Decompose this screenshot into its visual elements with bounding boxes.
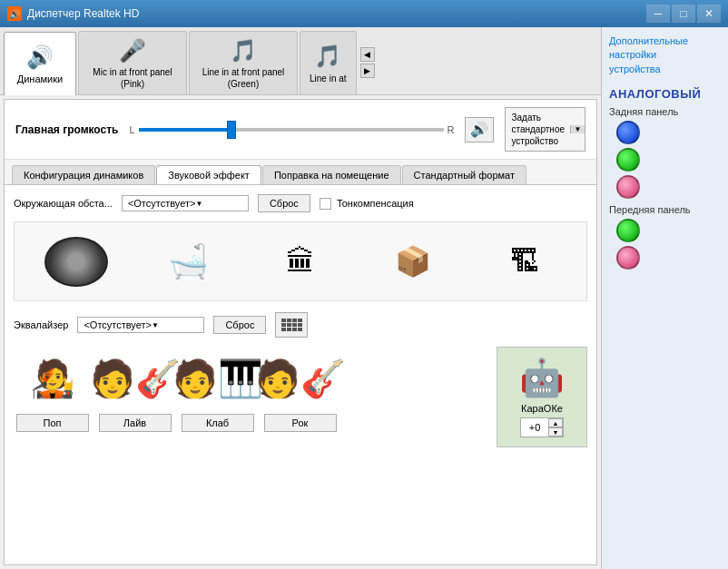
env-box[interactable]: 📦: [368, 230, 458, 293]
karaoke-section: 🤖 КараОКе +0 ▲ ▼: [497, 347, 587, 447]
volume-slider[interactable]: [139, 128, 444, 132]
subtab-effects-label: Звуковой эффект: [168, 170, 250, 181]
close-button[interactable]: ✕: [697, 5, 721, 23]
environment-row: Окружающая обста... <Отсутствует> ▼ Сбро…: [14, 194, 587, 212]
volume-label: Главная громкость: [15, 123, 118, 136]
left-panel: 🔊 Динамики 🎤 Mic in at front panel (Pink…: [0, 27, 601, 569]
subtab-format[interactable]: Стандартный формат: [402, 165, 526, 184]
tab-bar: 🔊 Динамики 🎤 Mic in at front panel (Pink…: [0, 27, 601, 95]
tab-line-in[interactable]: 🎵 Line in at: [300, 31, 357, 94]
preset-live-button[interactable]: Лайв: [99, 414, 172, 432]
tab-speakers[interactable]: 🔊 Динамики: [4, 32, 76, 95]
env-disk[interactable]: [31, 230, 122, 293]
preset-live-image: 🧑‍🎸: [96, 347, 173, 410]
default-device-dropdown-arrow[interactable]: ▼: [570, 125, 585, 133]
environment-dropdown-arrow: ▼: [195, 200, 241, 208]
front-panel-label: Передняя панель: [609, 204, 721, 215]
environment-label: Окружающая обста...: [14, 198, 113, 209]
eq-presets: 🧑‍🎤 Поп 🧑‍🎸 Лайв 🧑‍🎹: [14, 347, 339, 432]
karaoke-arrows: ▲ ▼: [548, 418, 563, 437]
analog-section: АНАЛОГОВЫЙ Задняя панель Передняя панель: [609, 87, 721, 270]
app-icon: 🔊: [7, 6, 22, 21]
env-bath[interactable]: 🛁: [143, 230, 233, 293]
tab-line-front-label: Line in at front panel (Green): [199, 66, 288, 90]
equalizer-dropdown[interactable]: <Отсутствует> ▼: [77, 317, 204, 333]
preset-live[interactable]: 🧑‍🎸 Лайв: [96, 347, 173, 432]
preset-club[interactable]: 🧑‍🎹 Клаб: [179, 347, 256, 432]
effects-panel: Окружающая обста... <Отсутствует> ▼ Сбро…: [5, 185, 596, 564]
jack-blue[interactable]: [616, 121, 640, 144]
karaoke-value: +0: [521, 420, 548, 435]
subtab-config[interactable]: Конфигурация динамиков: [12, 165, 155, 184]
default-device-button[interactable]: Задатьстандартноеустройство ▼: [505, 107, 585, 152]
equalizer-dropdown-arrow: ▼: [152, 321, 198, 329]
speaker-mute-button[interactable]: 🔊: [465, 117, 494, 142]
environment-dropdown[interactable]: <Отсутствует> ▼: [122, 195, 249, 211]
front-panel-jacks: [609, 219, 721, 270]
left-channel-label: L: [129, 124, 134, 135]
environment-reset-button[interactable]: Сброс: [258, 194, 310, 212]
equalizer-label: Эквалайзер: [14, 319, 68, 330]
maximize-button[interactable]: □: [672, 5, 695, 23]
preset-pop-button[interactable]: Поп: [16, 414, 89, 432]
toncomp-container: Тонкомпенсация: [320, 198, 414, 210]
volume-section: Главная громкость L R 🔊 Задатьстандартно…: [5, 100, 596, 160]
preset-rock[interactable]: 🧑‍🎸 Рок: [261, 347, 339, 432]
karaoke-down-button[interactable]: ▼: [548, 427, 563, 437]
env-coliseum[interactable]: 🏛: [255, 230, 346, 293]
content-area: Главная громкость L R 🔊 Задатьстандартно…: [4, 99, 597, 565]
speakers-icon: 🔊: [26, 43, 54, 71]
minimize-button[interactable]: ─: [646, 5, 670, 23]
titlebar-title: Диспетчер Realtek HD: [27, 7, 646, 20]
line-front-icon: 🎵: [230, 36, 257, 64]
subtabs: Конфигурация динамиков Звуковой эффект П…: [5, 160, 596, 185]
right-channel-label: R: [448, 124, 455, 135]
toncomp-checkbox[interactable]: [320, 198, 331, 210]
eq-grid-icon: [281, 319, 302, 331]
karaoke-label: КараОКе: [521, 403, 563, 414]
subtab-room-label: Поправка на помещение: [274, 170, 389, 181]
mic-front-icon: 🎤: [119, 36, 146, 64]
equalizer-value: <Отсутствует>: [84, 319, 152, 330]
tab-next-button[interactable]: ▶: [360, 64, 375, 78]
main-content: 🔊 Динамики 🎤 Mic in at front panel (Pink…: [0, 27, 728, 569]
back-panel-label: Задняя панель: [609, 106, 721, 117]
additional-settings-label: Дополнительныенастройкиустройства: [609, 35, 688, 74]
window-controls: ─ □ ✕: [646, 5, 721, 23]
jack-front-pink[interactable]: [616, 246, 640, 270]
tab-mic-front[interactable]: 🎤 Mic in at front panel (Pink): [78, 31, 187, 94]
env-opera[interactable]: 🏗: [479, 230, 570, 293]
preset-rock-image: 🧑‍🎸: [261, 347, 339, 410]
back-panel-jacks: [609, 121, 721, 199]
tab-line-in-label: Line in at: [310, 73, 347, 84]
line-in-icon: 🎵: [314, 42, 341, 70]
subtab-room[interactable]: Поправка на помещение: [262, 165, 401, 184]
subtab-format-label: Стандартный формат: [414, 170, 515, 181]
preset-club-button[interactable]: Клаб: [182, 414, 254, 432]
equalizer-grid-button[interactable]: [275, 312, 308, 338]
preset-pop-image: 🧑‍🎤: [14, 347, 91, 410]
tab-line-front[interactable]: 🎵 Line in at front panel (Green): [189, 31, 298, 94]
subtab-config-label: Конфигурация динамиков: [24, 170, 143, 181]
jack-front-green[interactable]: [616, 219, 640, 242]
volume-slider-wrapper: [139, 121, 444, 139]
jack-green[interactable]: [616, 148, 640, 172]
karaoke-icon: 🤖: [519, 357, 565, 399]
tab-mic-front-label: Mic in at front panel (Pink): [88, 66, 177, 90]
titlebar: 🔊 Диспетчер Realtek HD ─ □ ✕: [0, 0, 728, 27]
presets-karaoke-row: 🧑‍🎤 Поп 🧑‍🎸 Лайв 🧑‍🎹: [14, 347, 587, 447]
subtab-effects[interactable]: Звуковой эффект: [156, 165, 261, 184]
additional-settings-link[interactable]: Дополнительныенастройкиустройства: [609, 34, 721, 76]
default-device-label: Задатьстандартноеустройство: [506, 108, 570, 151]
toncomp-label: Тонкомпенсация: [337, 198, 414, 209]
preset-pop[interactable]: 🧑‍🎤 Поп: [14, 347, 91, 432]
preset-rock-button[interactable]: Рок: [264, 414, 337, 432]
jack-pink[interactable]: [616, 175, 640, 199]
equalizer-reset-button[interactable]: Сброс: [213, 316, 266, 334]
right-panel: Дополнительныенастройкиустройства АНАЛОГ…: [601, 27, 728, 569]
karaoke-up-button[interactable]: ▲: [548, 418, 563, 427]
volume-slider-container: L R: [129, 121, 454, 139]
karaoke-spinner: +0 ▲ ▼: [520, 417, 564, 437]
tab-prev-button[interactable]: ◀: [360, 47, 375, 62]
environment-value: <Отсутствует>: [128, 198, 196, 209]
